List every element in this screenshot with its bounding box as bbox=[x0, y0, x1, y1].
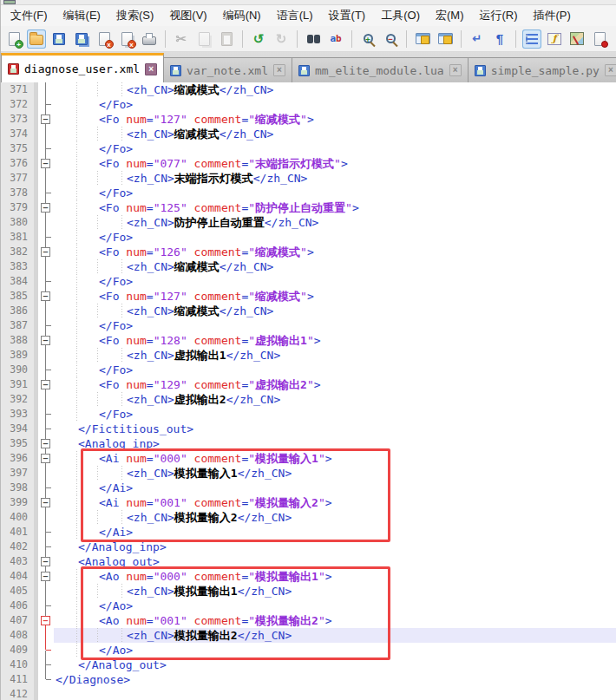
save-button[interactable] bbox=[49, 29, 69, 49]
code-text[interactable] bbox=[54, 687, 616, 700]
code-line[interactable]: 404–<Ao num="000" comment="模拟量输出1"> bbox=[1, 569, 616, 584]
code-text[interactable]: </Fo> bbox=[54, 407, 616, 422]
macro-record-button[interactable] bbox=[590, 29, 609, 49]
print-button[interactable] bbox=[140, 29, 159, 49]
code-text[interactable]: </Ao> bbox=[54, 599, 616, 613]
find-button[interactable] bbox=[304, 29, 323, 49]
menu-item-search[interactable]: 搜索(S) bbox=[108, 6, 161, 25]
menu-item-edit[interactable]: 编辑(E) bbox=[56, 6, 108, 25]
tab-close-icon[interactable]: × bbox=[145, 63, 157, 75]
code-text[interactable]: <zh_CN>末端指示灯模式</zh_CN> bbox=[54, 171, 616, 186]
close-all-documents-button[interactable]: x bbox=[117, 29, 136, 49]
copy-button[interactable] bbox=[194, 29, 213, 49]
code-line[interactable]: 371<zh_CN>缩减模式</zh_CN> bbox=[1, 82, 616, 97]
code-text[interactable]: </Ai> bbox=[54, 481, 616, 495]
code-line[interactable]: 410</Analog_out> bbox=[1, 657, 616, 672]
word-wrap-button[interactable]: ↵ bbox=[468, 29, 487, 49]
fold-toggle[interactable]: – bbox=[38, 245, 54, 259]
code-line[interactable]: 377<zh_CN>末端指示灯模式</zh_CN> bbox=[1, 171, 616, 186]
code-line[interactable]: 388–<Fo num="128" comment="虚拟输出1"> bbox=[1, 333, 616, 348]
tab-diagnose-user-xml[interactable]: diagnose_user.xml× bbox=[1, 53, 164, 82]
editor-pane[interactable]: 371<zh_CN>缩减模式</zh_CN>372</Fo>373–<Fo nu… bbox=[1, 82, 616, 700]
show-indent-guide-button[interactable] bbox=[522, 29, 541, 49]
show-all-characters-button[interactable]: ¶ bbox=[490, 29, 509, 49]
code-text[interactable]: <Analog_inp> bbox=[54, 436, 616, 451]
menu-item-view[interactable]: 视图(V) bbox=[161, 6, 214, 25]
code-line[interactable]: 380<zh_CN>防护停止自动重置</zh_CN> bbox=[1, 215, 616, 230]
code-line[interactable]: 412 bbox=[1, 687, 616, 700]
code-line[interactable]: 389<zh_CN>虚拟输出1</zh_CN> bbox=[1, 348, 616, 363]
code-line[interactable]: 402</Analog_inp> bbox=[1, 540, 616, 554]
fold-toggle[interactable]: – bbox=[38, 554, 54, 569]
code-text[interactable]: <zh_CN>虚拟输出2</zh_CN> bbox=[54, 392, 616, 407]
code-text[interactable]: </Fo> bbox=[54, 186, 616, 200]
code-text[interactable]: <zh_CN>缩减模式</zh_CN> bbox=[54, 304, 616, 318]
code-line[interactable]: 407–<Ao num="001" comment="模拟量输出2"> bbox=[1, 613, 616, 628]
menu-item-macro[interactable]: 宏(M) bbox=[428, 6, 472, 25]
code-line[interactable]: 396–<Ai num="000" comment="模拟量输入1"> bbox=[1, 451, 616, 466]
menu-item-run[interactable]: 运行(R) bbox=[471, 6, 525, 25]
code-line[interactable]: 381</Fo> bbox=[1, 230, 616, 245]
code-text[interactable]: </Fo> bbox=[54, 97, 616, 112]
code-text[interactable]: <Fo num="128" comment="虚拟输出1"> bbox=[54, 333, 616, 348]
new-file-button[interactable]: + bbox=[4, 29, 23, 49]
fold-toggle[interactable]: – bbox=[38, 112, 54, 127]
tab-simple-sample-py[interactable]: simple_sample.py× bbox=[469, 57, 616, 82]
code-line[interactable]: 400<zh_CN>模拟量输入2</zh_CN> bbox=[1, 510, 616, 525]
code-line[interactable]: 390</Fo> bbox=[1, 363, 616, 377]
code-line[interactable]: 406</Ao> bbox=[1, 599, 616, 613]
code-text[interactable]: <Fo num="129" comment="虚拟输出2"> bbox=[54, 377, 616, 392]
tab-close-icon[interactable]: × bbox=[449, 64, 462, 76]
code-line[interactable]: 411</Diagnose> bbox=[1, 672, 616, 687]
code-text[interactable]: </Ai> bbox=[54, 525, 616, 540]
redo-button[interactable]: ↻ bbox=[272, 29, 291, 49]
code-text[interactable]: </Fo> bbox=[54, 230, 616, 245]
code-text[interactable]: </Fo> bbox=[54, 363, 616, 377]
code-line[interactable]: 386<zh_CN>缩减模式</zh_CN> bbox=[1, 304, 616, 318]
code-text[interactable]: </Analog_out> bbox=[54, 657, 616, 672]
zoom-in-button[interactable]: + bbox=[358, 29, 377, 49]
code-text[interactable]: </Diagnose> bbox=[54, 672, 616, 687]
code-text[interactable]: <Fo num="125" comment="防护停止自动重置"> bbox=[54, 200, 616, 215]
code-line[interactable]: 393</Fo> bbox=[1, 407, 616, 422]
fold-toggle[interactable]: – bbox=[38, 377, 54, 392]
code-line[interactable]: 397<zh_CN>模拟量输入1</zh_CN> bbox=[1, 466, 616, 481]
code-text[interactable]: </Fo> bbox=[54, 141, 616, 156]
code-text[interactable]: <zh_CN>缩减模式</zh_CN> bbox=[54, 127, 616, 141]
code-text[interactable]: <zh_CN>缩减模式</zh_CN> bbox=[54, 82, 616, 97]
tab-close-icon[interactable]: × bbox=[273, 64, 285, 76]
code-text[interactable]: </Fictitious_out> bbox=[54, 422, 616, 436]
fold-toggle[interactable]: – bbox=[38, 569, 54, 584]
code-text[interactable]: <Fo num="127" comment="缩减模式"> bbox=[54, 112, 616, 127]
code-text[interactable]: <Fo num="127" comment="缩减模式"> bbox=[54, 289, 616, 304]
code-line[interactable]: 384</Fo> bbox=[1, 274, 616, 289]
code-line[interactable]: 405<zh_CN>模拟量输出1</zh_CN> bbox=[1, 584, 616, 599]
code-line[interactable]: 375</Fo> bbox=[1, 141, 616, 156]
code-line[interactable]: 372</Fo> bbox=[1, 97, 616, 112]
function-list-button[interactable]: ƒ bbox=[545, 29, 564, 49]
code-line[interactable]: 392<zh_CN>虚拟输出2</zh_CN> bbox=[1, 392, 616, 407]
code-line[interactable]: 376–<Fo num="077" comment="末端指示灯模式"> bbox=[1, 156, 616, 171]
code-text[interactable]: <zh_CN>缩减模式</zh_CN> bbox=[54, 259, 616, 274]
code-line[interactable]: 385–<Fo num="127" comment="缩减模式"> bbox=[1, 289, 616, 304]
code-text[interactable]: <Ai num="000" comment="模拟量输入1"> bbox=[54, 451, 616, 466]
tab-close-icon[interactable]: × bbox=[605, 64, 616, 76]
code-text[interactable]: </Analog_inp> bbox=[54, 540, 616, 554]
macro-playback-button[interactable] bbox=[613, 29, 616, 49]
code-text[interactable]: <Ai num="001" comment="模拟量输入2"> bbox=[54, 495, 616, 510]
code-text[interactable]: <Fo num="126" comment="缩减模式"> bbox=[54, 245, 616, 259]
code-text[interactable]: </Ao> bbox=[54, 643, 616, 657]
code-line[interactable]: 399–<Ai num="001" comment="模拟量输入2"> bbox=[1, 495, 616, 510]
code-line[interactable]: 395–<Analog_inp> bbox=[1, 436, 616, 451]
sync-horizontal-scroll-button[interactable] bbox=[436, 29, 455, 49]
menu-item-encoding[interactable]: 编码(N) bbox=[215, 6, 269, 25]
code-text[interactable]: <zh_CN>防护停止自动重置</zh_CN> bbox=[54, 215, 616, 230]
save-all-button[interactable] bbox=[72, 29, 91, 49]
fold-toggle[interactable]: – bbox=[38, 613, 54, 628]
menu-item-file[interactable]: 文件(F) bbox=[3, 6, 56, 25]
code-line[interactable]: 408<zh_CN>模拟量输出2</zh_CN> bbox=[1, 628, 616, 643]
replace-button[interactable]: ab bbox=[326, 29, 345, 49]
code-text[interactable]: <zh_CN>模拟量输出1</zh_CN> bbox=[54, 584, 616, 599]
undo-button[interactable]: ↺ bbox=[249, 29, 268, 49]
fold-toggle[interactable]: – bbox=[38, 451, 54, 466]
